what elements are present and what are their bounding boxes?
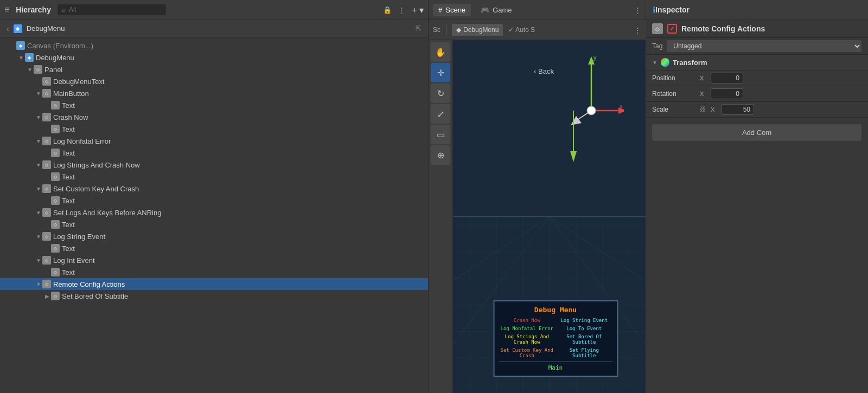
tree-cube: ◇: [42, 232, 51, 241]
tree-item-canvas[interactable]: ◆ Canvas (Environm...): [0, 40, 428, 51]
scene-background: y x ‹ Back: [453, 40, 646, 393]
tree-cube: ◇: [42, 77, 51, 86]
position-x-input[interactable]: [711, 73, 743, 83]
component-icon: ◇: [652, 23, 663, 34]
scene-panel: Sc ◆ DebugMenu ✓ Auto S ⋮ ✋ ✛ ↻ ⤢ ▭ ⊕: [429, 20, 646, 393]
lock-icon[interactable]: 🔒: [383, 6, 392, 14]
breadcrumb-title: DebugMenu: [27, 24, 65, 33]
dbtn-set-custom-key: Set Custom Key And Crash: [499, 346, 556, 359]
tree-arrow: ▼: [35, 186, 42, 192]
move-tool[interactable]: ✛: [431, 63, 450, 82]
tree-label: Text: [62, 221, 75, 229]
tree-cube: ◇: [51, 268, 60, 276]
tree-item-lognonfatal[interactable]: ▼ ◇ Log Nonfatal Error: [0, 135, 428, 147]
tree-label: Text: [62, 125, 75, 133]
component-title: Remote Config Actions: [681, 24, 861, 33]
transform-title: Transform: [673, 59, 707, 67]
tree-arrow: ▼: [35, 91, 42, 96]
tree-cube: ◇: [51, 125, 60, 133]
component-header: ◇ ✓ Remote Config Actions: [646, 20, 868, 38]
tree-label: Log Int Event: [53, 256, 95, 265]
rotate-tool[interactable]: ↻: [431, 83, 450, 103]
add-button[interactable]: + ▾: [412, 5, 424, 15]
tree-item-setcustomkey[interactable]: ▼ ◇ Set Custom Key And Crash: [0, 183, 428, 195]
section-collapse-arrow[interactable]: ▼: [652, 60, 658, 66]
tree-cube: ◇: [34, 65, 42, 74]
hand-tool[interactable]: ✋: [431, 42, 450, 62]
dbtn-log-string-event: Log String Event: [556, 317, 613, 324]
tree-item-text-logintevent[interactable]: ◇ Text: [0, 266, 428, 278]
tree-item-logstrings[interactable]: ▼ ◇ Log Strings And Crash Now: [0, 159, 428, 171]
tree-item-text-setcustomkey[interactable]: ◇ Text: [0, 195, 428, 207]
tree-item-text-crashnow[interactable]: ◇ Text: [0, 123, 428, 135]
tree-item-logstringevent[interactable]: ▼ ◇ Log String Event: [0, 230, 428, 242]
tree-label: Set Custom Key And Crash: [53, 185, 139, 193]
scale-tool[interactable]: ⤢: [431, 104, 450, 124]
tree-item-debugmenutext[interactable]: ◇ DebugMenuText: [0, 75, 428, 87]
more-options-icon[interactable]: ⋮: [398, 6, 405, 14]
tree-item-debugmenu[interactable]: ▼ ◆ DebugMenu: [0, 51, 428, 63]
tree-cube: ◇: [51, 244, 60, 253]
inspector-panel-title: Inspector: [655, 5, 690, 14]
scene-top-toolbar: Sc ◆ DebugMenu ✓ Auto S ⋮: [429, 20, 646, 40]
breadcrumb-back[interactable]: ‹: [7, 24, 9, 33]
tree-arrow: ▼: [35, 138, 42, 144]
position-row: Position X Y Z: [646, 70, 868, 86]
tree-arrow: ▶: [43, 293, 51, 299]
tree-item-remoteconfigactions[interactable]: ▼ ◇ Remote Config Actions: [0, 278, 428, 290]
dbtn-log-strings-crash: Log Strings And Crash Now: [499, 333, 556, 346]
tree-item-text-logstrings[interactable]: ◇ Text: [0, 171, 428, 183]
tree-label: MainButton: [53, 89, 89, 98]
tree-item-crashnow[interactable]: ▼ ◇ Crash Now: [0, 111, 428, 123]
tree-cube: ◇: [51, 220, 60, 229]
transform-tool[interactable]: ⊕: [431, 145, 450, 165]
tree-cube: ◇: [51, 101, 60, 109]
tree-arrow: ▼: [35, 210, 42, 216]
add-component-button[interactable]: Add Com: [652, 124, 861, 141]
svg-text:y: y: [593, 54, 597, 61]
debugmenu-icon-small: ◆: [456, 26, 461, 34]
inspector-panel: ◇ ✓ Remote Config Actions Tag Untagged ▼…: [646, 20, 868, 393]
hamburger-icon[interactable]: ≡: [4, 5, 9, 15]
scene-debug-tab: Sc: [433, 26, 441, 34]
debugmenu-breadcrumb-btn[interactable]: ◆ DebugMenu: [452, 24, 503, 36]
game-tab[interactable]: 🎮 Game: [475, 4, 517, 16]
tree-label: Log Strings And Crash Now: [53, 161, 140, 169]
tree-item-text-logstringevent[interactable]: ◇ Text: [0, 242, 428, 254]
tree-label: DebugMenu: [36, 54, 74, 62]
tree-label: Text: [62, 244, 75, 253]
tree-item-text-mainbutton[interactable]: ◇ Text: [0, 99, 428, 111]
scale-x-input[interactable]: [722, 104, 754, 115]
scene-tools: ✋ ✛ ↻ ⤢ ▭ ⊕: [429, 40, 453, 393]
rotation-row: Rotation X: [646, 86, 868, 102]
rect-tool[interactable]: ▭: [431, 125, 450, 144]
tree-item-text-setlogs[interactable]: ◇ Text: [0, 218, 428, 230]
search-input[interactable]: [69, 6, 162, 14]
tree-label: Log String Event: [53, 233, 105, 241]
rotation-x-input[interactable]: [711, 88, 743, 99]
game-icon: 🎮: [481, 6, 489, 14]
svg-point-15: [587, 106, 596, 115]
scene-tab[interactable]: # Scene: [433, 4, 471, 16]
scene-more-icon[interactable]: ⋮: [634, 6, 641, 14]
tree-cube: ◇: [42, 256, 51, 265]
debugmenu-breadcrumb-icon: ◆: [14, 24, 22, 33]
tree-cube: ◇: [42, 137, 51, 145]
tag-row: Tag Untagged: [646, 38, 868, 55]
dbtn-set-flying: Set Flying Subtitle: [556, 346, 613, 359]
tree-item-panel[interactable]: ▼ ◇ Panel: [0, 63, 428, 75]
component-checkbox[interactable]: ✓: [667, 24, 677, 34]
tree-item-text-lognonfatal[interactable]: ◇ Text: [0, 147, 428, 159]
expand-icon[interactable]: ⇱: [416, 24, 422, 33]
tree-item-logintevent[interactable]: ▼ ◇ Log Int Event: [0, 254, 428, 266]
tree-item-mainbutton[interactable]: ▼ ◇ MainButton: [0, 87, 428, 99]
scene-top-more-icon[interactable]: ⋮: [634, 26, 641, 34]
tree-label: Text: [62, 149, 75, 157]
tree-item-setboredofsubtitle[interactable]: ▶ ◇ Set Bored Of Subtitle: [0, 290, 428, 302]
tag-dropdown[interactable]: Untagged: [667, 40, 861, 52]
dbtn-log-nonfatal: Log Nonfatal Error: [499, 325, 556, 332]
search-icon: ⌕: [62, 6, 66, 14]
tree-label: Log Nonfatal Error: [53, 137, 111, 145]
svg-text:x: x: [620, 103, 623, 109]
tree-item-setlogs[interactable]: ▼ ◇ Set Logs And Keys Before ANRing: [0, 207, 428, 218]
